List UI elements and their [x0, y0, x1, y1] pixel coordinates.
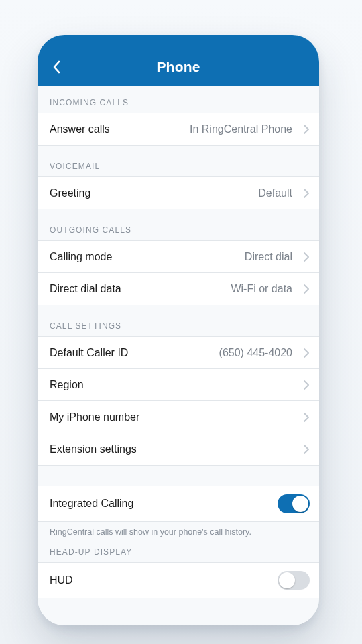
section-header-outgoing: OUTGOING CALLS	[38, 209, 319, 240]
row-direct-dial-data[interactable]: Direct dial data Wi-Fi or data	[38, 273, 319, 305]
toggle-integrated-calling[interactable]	[278, 494, 310, 513]
section-header-call-settings: CALL SETTINGS	[38, 305, 319, 336]
note-integrated-calling: RingCentral calls will show in your phon…	[38, 522, 319, 541]
row-hud[interactable]: HUD	[38, 563, 319, 598]
label-greeting: Greeting	[50, 187, 90, 199]
section-header-hud: HEAD-UP DISPLAY	[38, 541, 319, 562]
phone-settings-screen: Phone INCOMING CALLS Answer calls In Rin…	[38, 35, 319, 625]
row-integrated-calling[interactable]: Integrated Calling	[38, 486, 319, 522]
label-direct-dial-data: Direct dial data	[50, 283, 121, 295]
chevron-right-icon	[303, 444, 310, 455]
section-header-voicemail: VOICEMAIL	[38, 146, 319, 176]
row-default-caller-id[interactable]: Default Caller ID (650) 445-4020	[38, 337, 319, 369]
chevron-left-icon	[52, 60, 60, 74]
header-bar: Phone	[38, 35, 319, 86]
label-my-iphone-number: My iPhone number	[50, 411, 139, 423]
row-my-iphone-number[interactable]: My iPhone number	[38, 401, 319, 433]
settings-content: INCOMING CALLS Answer calls In RingCentr…	[38, 86, 319, 625]
label-calling-mode: Calling mode	[50, 251, 112, 263]
chevron-right-icon	[303, 380, 310, 390]
back-button[interactable]	[47, 58, 66, 76]
value-calling-mode: Direct dial	[245, 251, 292, 263]
row-region[interactable]: Region	[38, 369, 319, 401]
row-greeting[interactable]: Greeting Default	[38, 177, 319, 209]
page-title: Phone	[156, 59, 200, 75]
section-header-incoming: INCOMING CALLS	[38, 86, 319, 113]
label-hud: HUD	[50, 574, 73, 586]
row-answer-calls[interactable]: Answer calls In RingCentral Phone	[38, 113, 319, 146]
value-direct-dial-data: Wi-Fi or data	[231, 283, 292, 295]
toggle-hud[interactable]	[278, 571, 310, 590]
label-region: Region	[50, 379, 84, 391]
spacer-integrated	[38, 466, 319, 486]
value-greeting: Default	[258, 187, 292, 199]
chevron-right-icon	[303, 412, 310, 423]
label-answer-calls: Answer calls	[50, 123, 110, 136]
row-calling-mode[interactable]: Calling mode Direct dial	[38, 241, 319, 273]
chevron-right-icon	[303, 347, 310, 358]
chevron-right-icon	[303, 188, 310, 199]
label-extension-settings: Extension settings	[50, 443, 137, 455]
value-answer-calls: In RingCentral Phone	[190, 123, 292, 136]
value-default-caller-id: (650) 445-4020	[219, 347, 292, 359]
chevron-right-icon	[303, 124, 310, 135]
chevron-right-icon	[303, 252, 310, 262]
row-extension-settings[interactable]: Extension settings	[38, 433, 319, 466]
chevron-right-icon	[303, 284, 310, 294]
label-integrated-calling: Integrated Calling	[50, 498, 133, 510]
label-default-caller-id: Default Caller ID	[50, 347, 128, 359]
